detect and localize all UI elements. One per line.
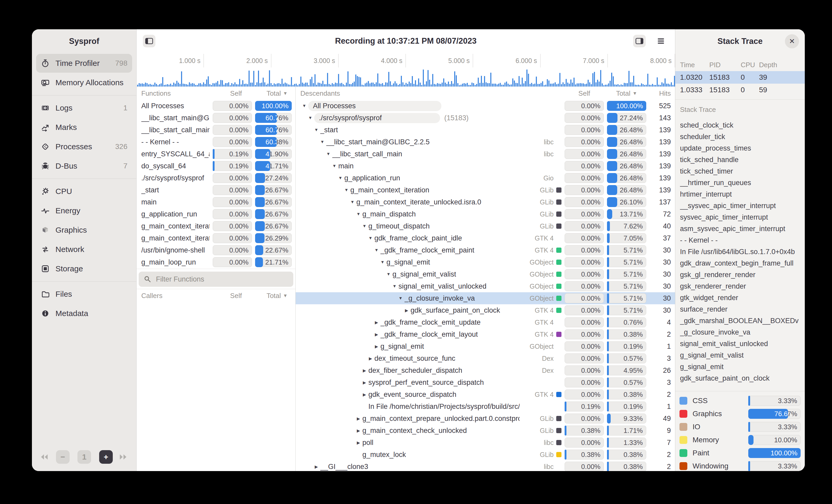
stack-frame[interactable]: tick_sched_timer [680,167,804,175]
skip-backward-button[interactable] [38,450,51,464]
expand-icon[interactable]: ▶ [312,464,320,469]
descendant-row[interactable]: ▶dex_timeout_source_funcDex0.00%0.57%0.5… [296,353,675,364]
descendant-row[interactable]: ▼_start0.00%26.48%26.48%139 [296,124,675,136]
sample-row[interactable]: 1.032015183039 [675,71,805,84]
descendants-total-column-header[interactable]: Total▼ [607,89,646,97]
stack-frame[interactable]: tick_sched_handle [680,156,804,164]
stack-frame[interactable]: gsk_renderer_render [680,282,804,290]
descendant-row[interactable]: ▼g_signal_emit_valistGObject0.00%5.71%5.… [296,268,675,280]
function-row[interactable]: g_main_context_iteration0.00%26.67%26.67… [136,220,295,232]
callers-total-column-header[interactable]: Total▼ [259,292,295,300]
expand-icon[interactable]: ▶ [361,380,368,385]
function-row[interactable]: g_application_run0.00%26.67%26.67% [136,208,295,220]
zoom-in-button[interactable]: + [99,450,113,464]
collapse-icon[interactable]: ▼ [397,296,405,301]
sidebar-item-cpu[interactable]: CPU [36,182,132,201]
stack-frame[interactable]: hrtimer_interrupt [680,190,804,198]
sidebar-item-marks[interactable]: Marks [36,118,132,137]
cpu-usage-histogram[interactable] [136,69,675,87]
descendant-row[interactable]: ▼g_timeout_dispatchGLib0.00%7.62%7.62%40 [296,220,675,232]
sample-row[interactable]: 1.033315183059 [675,84,805,96]
expand-icon[interactable]: ▶ [361,368,368,373]
stack-frame[interactable]: asm_sysvec_apic_timer_interrupt [680,225,804,233]
depth-column-header[interactable]: Depth [759,61,805,69]
callers-column-header[interactable]: Callers [136,292,213,300]
stack-frame[interactable]: surface_render [680,305,804,313]
descendant-row[interactable]: ▶polllibc0.00%1.33%1.33%7 [296,437,675,449]
function-row[interactable]: All Processes0.00%100.00%100.00% [136,100,295,112]
descendant-row[interactable]: ▼_g_closure_invoke_vaGObject0.00%5.71%5.… [296,292,675,304]
function-row[interactable]: ./src/sysprof/sysprof0.00%27.24%27.24% [136,172,295,184]
stack-frame[interactable]: g_signal_emit_valist [680,351,804,359]
stack-frame[interactable]: scheduler_tick [680,133,804,141]
stack-frame[interactable]: gsk_gl_renderer_render [680,271,804,279]
descendant-row[interactable]: ▼gdk_frame_clock_paint_idleGTK 40.00%7.0… [296,232,675,244]
stack-frame[interactable]: - - Kernel - - [680,236,804,245]
stack-frame[interactable]: __hrtimer_run_queues [680,179,804,187]
stack-frame[interactable]: In File /usr/lib64/libGL.so.1.7.0+0x4b [680,248,804,256]
sidebar-item-processes[interactable]: Processes326 [36,137,132,156]
sidebar-item-time-profiler[interactable]: Time Profiler798 [36,54,132,73]
callers-self-column-header[interactable]: Self [216,292,256,300]
descendant-row[interactable]: ▼g_application_runGio0.00%26.48%26.48%13… [296,172,675,184]
stack-frame[interactable]: gdk_surface_paint_on_clock [680,374,804,383]
function-row[interactable]: g_main_loop_run0.00%21.71%21.71% [136,256,295,268]
zoom-level-button[interactable]: 1 [77,450,91,464]
descendant-row[interactable]: ▶sysprof_perf_event_source_dispatch0.00%… [296,376,675,388]
expand-icon[interactable]: ▶ [372,332,381,337]
filter-functions-box[interactable] [139,272,293,287]
descendant-row[interactable]: ▶dex_fiber_scheduler_dispatchDex0.00%4.9… [296,364,675,376]
expand-icon[interactable]: ▶ [372,344,381,349]
descendant-row[interactable]: ▶gdk_event_source_dispatchGTK 40.00%0.38… [296,388,675,400]
skip-forward-button[interactable] [116,450,130,464]
descendant-row[interactable]: In File /home/christian/Projects/sysprof… [296,400,675,413]
descendants-self-column-header[interactable]: Self [565,89,604,97]
time-column-header[interactable]: Time [675,61,709,69]
descendant-row[interactable]: g_mutex_lockGLib0.38%0.38%0.38%0.38%2 [296,449,675,460]
collapse-icon[interactable]: ▼ [367,236,374,241]
expand-icon[interactable]: ▶ [372,320,381,325]
filter-functions-input[interactable] [155,275,288,284]
descendant-row[interactable]: ▼All Processes0.00%100.00%100.00%525 [296,100,675,112]
stack-frame[interactable]: gdk_draw_context_begin_frame_full [680,259,804,268]
expand-icon[interactable]: ▶ [355,440,362,445]
function-row[interactable]: __libc_start_call_main0.00%60.76%60.76% [136,124,295,136]
descendant-row[interactable]: ▶g_signal_emitGObject0.00%0.19%0.19%1 [296,340,675,353]
collapse-icon[interactable]: ▼ [355,212,362,217]
function-row[interactable]: __libc_start_main@GLIBC_2.2.50.00%60.76%… [136,112,295,124]
descendants-column-header[interactable]: Descendants [296,89,562,97]
collapse-icon[interactable]: ▼ [361,224,368,228]
descendants-hits-column-header[interactable]: Hits [650,89,671,97]
sidebar-item-network[interactable]: Network [36,240,132,259]
sidebar-item-memory-allocations[interactable]: Memory Allocations [36,73,132,92]
primary-menu-button[interactable] [655,35,667,47]
function-row[interactable]: g_main_context_iterate_unlocked.isra.00.… [136,232,295,244]
stack-frame[interactable]: __sysvec_apic_timer_interrupt [680,202,804,210]
zoom-out-button[interactable]: − [56,450,70,464]
descendant-row[interactable]: ▶gdk_surface_paint_on_clockGTK 40.00%5.7… [296,304,675,316]
sidebar-item-d-bus[interactable]: D-Bus7 [36,157,132,175]
collapse-icon[interactable]: ▼ [331,164,338,168]
toggle-right-panel-button[interactable] [633,35,646,47]
stack-frame[interactable]: update_process_times [680,144,804,152]
sidebar-item-metadata[interactable]: Metadata [36,304,132,323]
function-row[interactable]: main0.00%26.67%26.67% [136,196,295,208]
collapse-icon[interactable]: ▼ [324,151,332,156]
stack-frame[interactable]: signal_emit_valist_unlocked [680,340,804,348]
collapse-icon[interactable]: ▼ [312,128,320,132]
descendant-row[interactable]: ▼main0.00%26.48%26.48%139 [296,160,675,172]
sidebar-item-logs[interactable]: Logs1 [36,99,132,117]
descendant-row[interactable]: ▼g_main_dispatchGLib0.00%13.71%13.71%72 [296,208,675,220]
function-row[interactable]: _start0.00%26.67%26.67% [136,184,295,196]
self-column-header[interactable]: Self [216,89,256,97]
function-row[interactable]: /usr/bin/gnome-shell0.00%22.67%22.67% [136,244,295,256]
function-row[interactable]: entry_SYSCALL_64_after_hwframe0.19%0.19%… [136,148,295,160]
collapse-icon[interactable]: ▼ [342,188,350,192]
total-column-header[interactable]: Total▼ [259,89,295,97]
collapse-icon[interactable]: ▼ [336,176,344,180]
expand-icon[interactable]: ▶ [355,428,362,433]
collapse-icon[interactable]: ▼ [372,248,381,253]
pid-column-header[interactable]: PID [709,61,741,69]
descendant-row[interactable]: ▼__libc_start_main@GLIBC_2.2.5libc0.00%2… [296,136,675,148]
descendant-row[interactable]: ▶_gdk_frame_clock_emit_layoutGTK 40.00%0… [296,328,675,340]
